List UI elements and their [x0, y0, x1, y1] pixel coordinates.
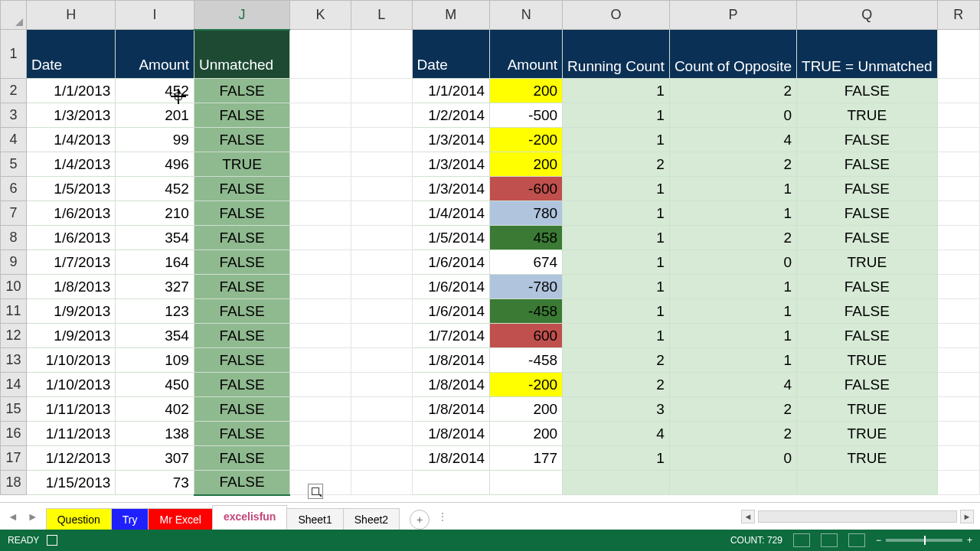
cell-L8[interactable]	[351, 226, 412, 250]
cell-Q13[interactable]: TRUE	[797, 348, 938, 373]
col-P[interactable]: P	[669, 1, 796, 30]
cell-H16[interactable]: 1/11/2013	[27, 422, 116, 446]
cell-O12[interactable]: 1	[563, 324, 670, 348]
col-R[interactable]: R	[937, 1, 979, 30]
cell-R18[interactable]	[937, 471, 979, 495]
cell-I10[interactable]: 327	[116, 275, 194, 299]
rowhead-11[interactable]: 11	[1, 299, 27, 324]
cell-H12[interactable]: 1/9/2013	[27, 324, 116, 348]
hscroll-track[interactable]	[758, 510, 957, 523]
cell-L7[interactable]	[351, 201, 412, 226]
cell-K6[interactable]	[290, 177, 351, 201]
cell-R7[interactable]	[937, 201, 979, 226]
cell-L9[interactable]	[351, 250, 412, 275]
cell-R14[interactable]	[937, 373, 979, 397]
col-I[interactable]: I	[116, 1, 194, 30]
cell-Q18[interactable]	[797, 471, 938, 495]
cell-P4[interactable]: 4	[669, 128, 796, 152]
cell-Q16[interactable]: TRUE	[797, 422, 938, 446]
cell-R5[interactable]	[937, 152, 979, 177]
cell-N15[interactable]: 200	[490, 397, 563, 422]
cell-M15[interactable]: 1/8/2014	[412, 397, 490, 422]
cell-Q2[interactable]: FALSE	[797, 79, 938, 103]
cell-R13[interactable]	[937, 348, 979, 373]
cell-P2[interactable]: 2	[669, 79, 796, 103]
cell-J8[interactable]: FALSE	[194, 226, 289, 250]
cell-P9[interactable]: 0	[669, 250, 796, 275]
cell-J5[interactable]: TRUE	[194, 152, 289, 177]
cell-N12[interactable]: 600	[490, 324, 563, 348]
rowhead-13[interactable]: 13	[1, 348, 27, 373]
cell-J15[interactable]: FALSE	[194, 397, 289, 422]
cell-I5[interactable]: 496	[116, 152, 194, 177]
cell-K13[interactable]	[290, 348, 351, 373]
cell-R17[interactable]	[937, 446, 979, 471]
cell-M3[interactable]: 1/2/2014	[412, 103, 490, 128]
cell-M14[interactable]: 1/8/2014	[412, 373, 490, 397]
cell-Q7[interactable]: FALSE	[797, 201, 938, 226]
cell-H4[interactable]: 1/4/2013	[27, 128, 116, 152]
cell-P6[interactable]: 1	[669, 177, 796, 201]
cell-J14[interactable]: FALSE	[194, 373, 289, 397]
cell-N11[interactable]: -458	[490, 299, 563, 324]
cell-H17[interactable]: 1/12/2013	[27, 446, 116, 471]
cell-K8[interactable]	[290, 226, 351, 250]
col-M[interactable]: M	[412, 1, 490, 30]
cell-J4[interactable]: FALSE	[194, 128, 289, 152]
cell-M18[interactable]	[412, 471, 490, 495]
cell-H15[interactable]: 1/11/2013	[27, 397, 116, 422]
rowhead-10[interactable]: 10	[1, 275, 27, 299]
rowhead-14[interactable]: 14	[1, 373, 27, 397]
cell-I15[interactable]: 402	[116, 397, 194, 422]
view-pagebreak-icon[interactable]	[848, 533, 865, 547]
cell-L17[interactable]	[351, 446, 412, 471]
rowhead-17[interactable]: 17	[1, 446, 27, 471]
cell-J11[interactable]: FALSE	[194, 299, 289, 324]
cell-I14[interactable]: 450	[116, 373, 194, 397]
cell-Q12[interactable]: FALSE	[797, 324, 938, 348]
cell-J10[interactable]: FALSE	[194, 275, 289, 299]
cell-P17[interactable]: 0	[669, 446, 796, 471]
cell-M17[interactable]: 1/8/2014	[412, 446, 490, 471]
cell-L14[interactable]	[351, 373, 412, 397]
cell-L15[interactable]	[351, 397, 412, 422]
col-J[interactable]: J	[194, 1, 289, 30]
select-all-cell[interactable]	[1, 1, 27, 30]
spreadsheet-grid[interactable]: H I J K L M N O P Q R 1 Date Amount Unma…	[0, 0, 980, 496]
cell-J16[interactable]: FALSE	[194, 422, 289, 446]
cell-I12[interactable]: 354	[116, 324, 194, 348]
tab-options-icon[interactable]: ⋮	[430, 510, 456, 523]
cell-K11[interactable]	[290, 299, 351, 324]
cell-L11[interactable]	[351, 299, 412, 324]
cell-O8[interactable]: 1	[563, 226, 670, 250]
cell-O14[interactable]: 2	[563, 373, 670, 397]
cell-I4[interactable]: 99	[116, 128, 194, 152]
cell-I16[interactable]: 138	[116, 422, 194, 446]
cell-N9[interactable]: 674	[490, 250, 563, 275]
view-normal-icon[interactable]	[793, 533, 810, 547]
cell-M4[interactable]: 1/3/2014	[412, 128, 490, 152]
rowhead-6[interactable]: 6	[1, 177, 27, 201]
cell-N4[interactable]: -200	[490, 128, 563, 152]
cell-K3[interactable]	[290, 103, 351, 128]
cell-R8[interactable]	[937, 226, 979, 250]
cell-H13[interactable]: 1/10/2013	[27, 348, 116, 373]
cell-R11[interactable]	[937, 299, 979, 324]
macro-record-icon[interactable]	[47, 535, 57, 546]
cell-J9[interactable]: FALSE	[194, 250, 289, 275]
cell-N3[interactable]: -500	[490, 103, 563, 128]
cell-M11[interactable]: 1/6/2014	[412, 299, 490, 324]
cell-L18[interactable]	[351, 471, 412, 495]
cell-K12[interactable]	[290, 324, 351, 348]
cell-J7[interactable]: FALSE	[194, 201, 289, 226]
rowhead-8[interactable]: 8	[1, 226, 27, 250]
view-layout-icon[interactable]	[821, 533, 838, 547]
col-Q[interactable]: Q	[797, 1, 938, 30]
cell-O2[interactable]: 1	[563, 79, 670, 103]
cell-P14[interactable]: 4	[669, 373, 796, 397]
rowhead-9[interactable]: 9	[1, 250, 27, 275]
cell-M9[interactable]: 1/6/2014	[412, 250, 490, 275]
cell-O15[interactable]: 3	[563, 397, 670, 422]
cell-R12[interactable]	[937, 324, 979, 348]
cell-O16[interactable]: 4	[563, 422, 670, 446]
